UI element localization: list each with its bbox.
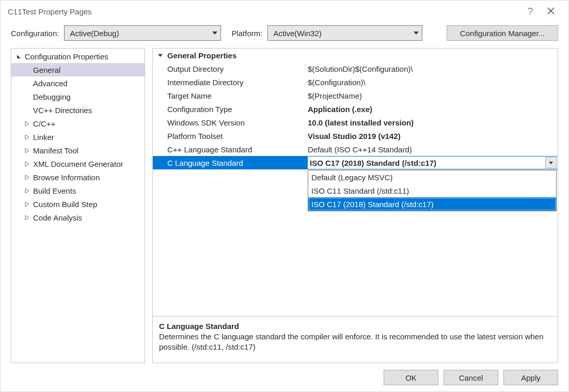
- property-name: Intermediate Directory: [167, 78, 308, 87]
- property-grid: General Properties Output Directory$(Sol…: [152, 48, 558, 317]
- tree-item-label: XML Document Generator: [33, 160, 123, 168]
- tree-item[interactable]: XML Document Generator: [11, 157, 145, 170]
- property-row[interactable]: Output Directory$(SolutionDir)$(Configur…: [153, 62, 558, 75]
- apply-button[interactable]: Apply: [503, 370, 558, 385]
- configuration-manager-button[interactable]: Configuration Manager...: [447, 25, 558, 41]
- property-group-title: General Properties: [167, 51, 236, 60]
- configuration-value: Active(Debug): [70, 29, 208, 38]
- property-value[interactable]: $(SolutionDir)$(Configuration)\: [308, 65, 558, 73]
- property-row[interactable]: C++ Language StandardDefault (ISO C++14 …: [153, 143, 558, 156]
- tree-item-label: Browse Information: [33, 173, 100, 182]
- cancel-button[interactable]: Cancel: [444, 370, 498, 385]
- help-icon[interactable]: ?: [520, 6, 541, 17]
- tree-item[interactable]: Manifest Tool: [11, 144, 145, 157]
- tree-item[interactable]: Code Analysis: [11, 211, 145, 224]
- group-collapse-icon[interactable]: [158, 53, 167, 58]
- tree-expand-icon[interactable]: [25, 215, 33, 220]
- tree-item-label: C/C++: [33, 119, 55, 128]
- value-dropdown-list[interactable]: Default (Legacy MSVC)ISO C11 Standard (/…: [308, 170, 557, 211]
- tree-root[interactable]: Configuration Properties: [11, 50, 145, 63]
- platform-combo[interactable]: Active(Win32): [267, 25, 422, 41]
- tree-item-label: Debugging: [33, 92, 71, 101]
- property-name: Output Directory: [167, 65, 308, 73]
- dropdown-option[interactable]: ISO C11 Standard (/std:c11): [308, 184, 556, 197]
- tree-item-label: General: [33, 66, 60, 74]
- property-name: Platform Toolset: [167, 132, 308, 140]
- ok-button[interactable]: OK: [384, 370, 438, 385]
- tree-expand-icon[interactable]: [25, 189, 33, 193]
- property-row[interactable]: Configuration TypeApplication (.exe): [153, 102, 558, 116]
- tree-item[interactable]: VC++ Directories: [11, 103, 145, 117]
- tree-expand-icon[interactable]: [25, 175, 33, 180]
- tree-item[interactable]: Debugging: [11, 90, 145, 103]
- tree-item-label: Code Analysis: [33, 213, 82, 222]
- tree-item-label: Build Events: [33, 186, 76, 195]
- description-text: Determines the C language standard the c…: [159, 332, 551, 353]
- tree-item[interactable]: Custom Build Step: [11, 197, 145, 211]
- tree-expand-icon[interactable]: [25, 162, 33, 166]
- description-panel: C Language Standard Determines the C lan…: [152, 317, 558, 363]
- chevron-down-icon: [212, 32, 217, 35]
- property-row[interactable]: Target Name$(ProjectName): [153, 89, 558, 102]
- property-row[interactable]: Platform ToolsetVisual Studio 2019 (v142…: [153, 129, 558, 143]
- dialog-buttons: OK Cancel Apply: [384, 370, 558, 385]
- property-value[interactable]: Default (ISO C++14 Standard): [308, 145, 558, 154]
- window-title: C11Test Property Pages: [8, 7, 520, 16]
- chevron-down-icon: [414, 32, 419, 35]
- property-group-header[interactable]: General Properties: [153, 49, 558, 62]
- property-row[interactable]: Intermediate Directory$(Configuration)\: [153, 75, 558, 89]
- property-name: C Language Standard: [167, 159, 308, 167]
- dropdown-option[interactable]: Default (Legacy MSVC): [308, 170, 556, 184]
- tree-item[interactable]: Browse Information: [11, 170, 145, 184]
- close-button[interactable]: [541, 7, 561, 16]
- tree-expand-icon[interactable]: [25, 202, 33, 207]
- property-row[interactable]: C Language StandardISO C17 (2018) Standa…: [153, 156, 558, 169]
- description-title: C Language Standard: [159, 322, 551, 331]
- config-toolbar: Configuration: Active(Debug) Platform: A…: [1, 22, 568, 48]
- platform-value: Active(Win32): [273, 29, 409, 38]
- tree-item[interactable]: General: [11, 63, 145, 76]
- tree-item[interactable]: Advanced: [11, 76, 145, 90]
- property-value[interactable]: Visual Studio 2019 (v142): [308, 132, 558, 140]
- tree-item-label: Advanced: [33, 79, 68, 88]
- configuration-combo[interactable]: Active(Debug): [64, 25, 221, 41]
- property-name: Target Name: [167, 91, 308, 100]
- tree-item[interactable]: Build Events: [11, 184, 145, 197]
- property-name: C++ Language Standard: [167, 145, 308, 154]
- dropdown-option[interactable]: ISO C17 (2018) Standard (/std:c17): [308, 197, 556, 211]
- tree-item-label: VC++ Directories: [33, 106, 92, 115]
- tree-expand-icon[interactable]: [25, 121, 33, 126]
- tree-item-label: Manifest Tool: [33, 146, 78, 155]
- property-value[interactable]: ISO C17 (2018) Standard (/std:c17): [308, 156, 558, 169]
- property-name: Configuration Type: [167, 105, 308, 114]
- tree-item-label: Linker: [33, 133, 54, 142]
- nav-tree[interactable]: Configuration Properties GeneralAdvanced…: [11, 48, 145, 363]
- tree-item-label: Custom Build Step: [33, 200, 97, 209]
- tree-root-label: Configuration Properties: [25, 52, 108, 61]
- property-value[interactable]: $(Configuration)\: [308, 78, 558, 87]
- tree-item[interactable]: C/C++: [11, 117, 145, 130]
- property-value[interactable]: $(ProjectName): [308, 91, 558, 100]
- tree-collapse-icon[interactable]: [17, 54, 25, 59]
- value-dropdown-button[interactable]: [545, 157, 557, 168]
- tree-expand-icon[interactable]: [25, 148, 33, 153]
- platform-label: Platform:: [231, 29, 262, 38]
- tree-expand-icon[interactable]: [25, 135, 33, 139]
- tree-item[interactable]: Linker: [11, 130, 145, 144]
- property-value[interactable]: 10.0 (latest installed version): [308, 118, 558, 127]
- configuration-label: Configuration:: [11, 29, 59, 38]
- title-bar: C11Test Property Pages ?: [1, 1, 568, 22]
- property-row[interactable]: Windows SDK Version10.0 (latest installe…: [153, 116, 558, 129]
- property-value[interactable]: Application (.exe): [308, 105, 558, 114]
- property-name: Windows SDK Version: [167, 118, 308, 127]
